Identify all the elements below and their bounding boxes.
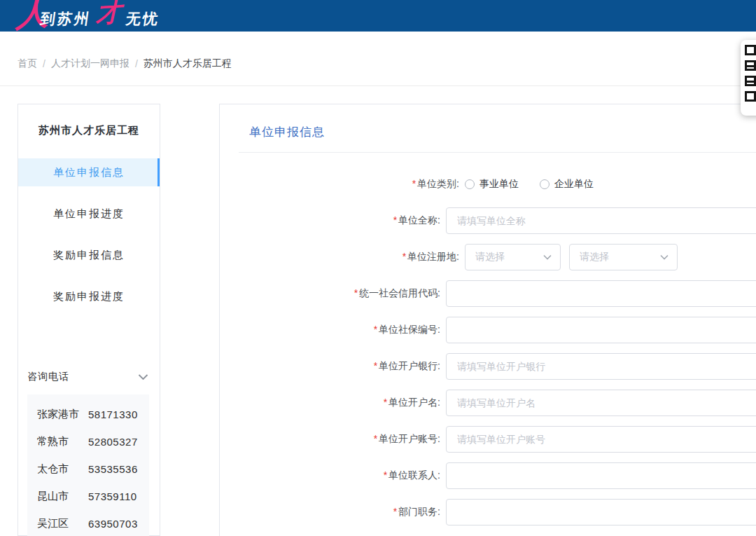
field-label: *单位全称:: [220, 214, 440, 227]
required-marker: *: [374, 324, 377, 335]
required-marker: *: [384, 469, 387, 481]
bank-name-label: 单位开户银行:: [379, 360, 440, 371]
required-marker: *: [393, 214, 397, 226]
sidebar: 苏州市人才乐居工程 单位申报信息 单位申报进度 奖励申报信息 奖励申报进度 咨询…: [18, 104, 160, 536]
field-label: *单位类别:: [220, 178, 459, 191]
logo-text-dao-suzhou: 到苏州: [39, 9, 92, 29]
required-marker: *: [393, 506, 397, 517]
unit-report-form: *单位类别: 事业单位 企业单位 *单位全称:: [220, 171, 756, 525]
logo-text-wuyou: 无忧: [125, 9, 161, 29]
form-row-unit-full-name: *单位全称:: [220, 207, 756, 234]
site-logo[interactable]: 人 到苏州 才 无忧: [18, 0, 160, 32]
account-number-input[interactable]: [446, 426, 756, 453]
form-row-unit-contact: *单位联系人:: [220, 462, 756, 489]
field-label: *部门职务:: [220, 506, 440, 518]
select-placeholder: 请选择: [475, 251, 505, 263]
radio-icon[interactable]: [465, 179, 475, 189]
section-divider: [239, 152, 756, 153]
registered-place-select-district[interactable]: 请选择: [569, 244, 678, 270]
sidebar-item-reward-report-info[interactable]: 奖励申报信息: [18, 241, 160, 269]
unit-full-name-input[interactable]: [446, 207, 756, 234]
phone-city: 太仓市: [37, 462, 88, 476]
field-label: *单位联系人:: [220, 469, 440, 482]
widget-glyph-icon: [745, 60, 756, 71]
breadcrumb-separator: /: [135, 58, 138, 69]
sidebar-menu: 单位申报信息 单位申报进度 奖励申报信息 奖励申报进度: [18, 158, 160, 310]
registered-place-select-city[interactable]: 请选择: [465, 244, 561, 270]
chevron-down-icon: [543, 254, 552, 260]
sidebar-item-unit-report-progress[interactable]: 单位申报进度: [18, 200, 160, 228]
field-label: *单位开户账号:: [220, 433, 440, 446]
social-security-no-label: 单位社保编号:: [379, 324, 440, 335]
breadcrumb-divider: [0, 85, 756, 86]
chevron-down-icon: [138, 373, 148, 380]
credit-code-label: 统一社会信用代码:: [359, 287, 440, 298]
phone-row-taicang: 太仓市 53535536: [27, 455, 149, 483]
breadcrumb-separator: /: [43, 58, 46, 69]
bank-name-input[interactable]: [446, 353, 756, 380]
phone-row-zhangjiagang: 张家港市 58171330: [27, 401, 149, 428]
select-placeholder: 请选择: [580, 251, 609, 263]
form-row-account-number: *单位开户账号:: [220, 426, 756, 453]
form-row-account-name: *单位开户名:: [220, 390, 756, 416]
floating-side-widget[interactable]: [741, 40, 756, 116]
unit-type-radio-group: 事业单位 企业单位: [465, 178, 594, 191]
phone-number: 58171330: [88, 408, 138, 420]
phone-row-changshu: 常熟市 52805327: [27, 428, 149, 455]
widget-glyph-icon: [745, 91, 756, 102]
radio-label: 事业单位: [479, 178, 519, 191]
widget-glyph-icon: [745, 76, 756, 86]
unit-contact-label: 单位联系人:: [388, 469, 440, 481]
required-marker: *: [374, 360, 377, 371]
phone-city: 吴江区: [37, 517, 88, 530]
department-position-input[interactable]: [446, 499, 756, 525]
phone-number: 52805327: [88, 436, 138, 448]
breadcrumb-current-page: 苏州市人才乐居工程: [144, 57, 232, 70]
consult-phone-label: 咨询电话: [27, 371, 69, 383]
breadcrumb-home[interactable]: 首页: [18, 57, 37, 70]
form-row-credit-code: *统一社会信用代码:: [220, 280, 756, 307]
phone-city: 昆山市: [37, 490, 88, 503]
phone-city: 张家港市: [37, 408, 88, 421]
unit-registered-place-label: 单位注册地:: [407, 251, 459, 262]
unit-contact-input[interactable]: [446, 462, 756, 489]
account-name-input[interactable]: [446, 390, 756, 416]
phone-number: 57359110: [88, 490, 137, 502]
field-label: *单位社保编号:: [220, 324, 440, 336]
form-row-bank-name: *单位开户银行:: [220, 353, 756, 380]
app-header: 人 到苏州 才 无忧: [0, 0, 756, 32]
section-title: 单位申报信息: [249, 124, 756, 140]
sidebar-item-unit-report-info[interactable]: 单位申报信息: [18, 158, 160, 186]
required-marker: *: [374, 433, 377, 444]
field-label: *统一社会信用代码:: [220, 287, 440, 300]
radio-option-public-institution[interactable]: 事业单位: [465, 178, 519, 191]
unit-full-name-label: 单位全称:: [398, 214, 440, 226]
required-marker: *: [384, 397, 387, 408]
department-position-label: 部门职务:: [398, 506, 440, 517]
breadcrumb: 首页 / 人才计划一网申报 / 苏州市人才乐居工程: [18, 57, 232, 70]
form-row-unit-type: *单位类别: 事业单位 企业单位: [220, 171, 756, 198]
consult-phone-header[interactable]: 咨询电话: [18, 371, 160, 383]
logo-cai-stroke: 才: [95, 0, 126, 26]
phone-row-kunshan: 昆山市 57359110: [27, 483, 149, 510]
sidebar-title: 苏州市人才乐居工程: [18, 104, 160, 137]
form-row-social-security-no: *单位社保编号:: [220, 317, 756, 343]
sidebar-item-reward-report-progress[interactable]: 奖励申报进度: [18, 282, 160, 310]
consult-phone-list: 张家港市 58171330 常熟市 52805327 太仓市 53535536 …: [27, 394, 149, 536]
widget-glyph-icon: [745, 45, 756, 55]
form-row-unit-registered-place: *单位注册地: 请选择 请选择: [220, 244, 756, 270]
radio-icon[interactable]: [540, 179, 550, 189]
phone-number: 53535536: [88, 463, 138, 475]
credit-code-input[interactable]: [446, 280, 756, 307]
account-name-label: 单位开户名:: [388, 397, 440, 408]
phone-row-wujiang: 吴江区 63950703: [27, 510, 149, 536]
field-label: *单位注册地:: [220, 251, 459, 263]
required-marker: *: [354, 287, 358, 298]
phone-number: 63950703: [88, 518, 138, 530]
breadcrumb-talent-plan[interactable]: 人才计划一网申报: [51, 57, 130, 70]
required-marker: *: [412, 178, 416, 189]
account-number-label: 单位开户账号:: [379, 433, 440, 444]
main-panel: 单位申报信息 *单位类别: 事业单位 企业单位 *单位全称:: [219, 104, 756, 536]
social-security-no-input[interactable]: [446, 317, 756, 343]
radio-option-enterprise[interactable]: 企业单位: [540, 178, 594, 191]
